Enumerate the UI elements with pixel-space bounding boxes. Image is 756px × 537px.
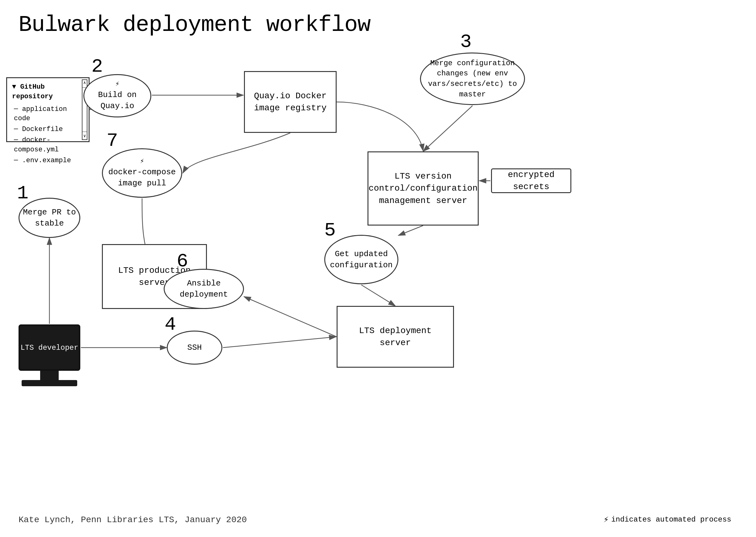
step-2-label: 2 bbox=[92, 56, 103, 78]
github-header: ▼ GitHub repository bbox=[12, 82, 84, 102]
github-item-1: ─ application code bbox=[12, 105, 84, 124]
footer-text: Kate Lynch, Penn Libraries LTS, January … bbox=[19, 515, 247, 525]
legend: ⚡ indicates automated process bbox=[603, 514, 731, 525]
svg-line-6 bbox=[398, 226, 423, 235]
page-title: Bulwark deployment workflow bbox=[19, 12, 371, 38]
github-item-2: ─ Dockerfile bbox=[12, 125, 70, 134]
step-1-label: 1 bbox=[17, 182, 28, 204]
step-7-label: 7 bbox=[106, 130, 118, 152]
svg-line-4 bbox=[423, 106, 472, 151]
oval-ansible-label: Ansible deployment bbox=[168, 278, 240, 300]
oval-build-label: Build on Quay.io bbox=[88, 89, 147, 112]
computer-monitor: LTS developer bbox=[19, 324, 80, 371]
lts-deployment-box: LTS deployment server bbox=[337, 306, 454, 368]
legend-text: indicates automated process bbox=[611, 516, 731, 524]
oval-get-config: Get updated configuration bbox=[324, 235, 398, 284]
encrypted-secrets-box: encrypted secrets bbox=[491, 168, 571, 193]
svg-line-8 bbox=[244, 297, 337, 337]
svg-line-11 bbox=[223, 337, 336, 348]
oval-merge-pr: Merge PR to stable bbox=[19, 198, 80, 238]
step-6-label: 6 bbox=[177, 250, 188, 272]
step-4-label: 4 bbox=[165, 313, 176, 336]
oval-merge-config-label: Merge configuration changes (new env var… bbox=[424, 58, 521, 100]
oval-build-quay: ⚡ Build on Quay.io bbox=[83, 74, 151, 117]
lightning-build: ⚡ bbox=[88, 80, 147, 89]
encrypted-label: encrypted secrets bbox=[496, 169, 567, 193]
oval-get-config-label: Get updated configuration bbox=[328, 248, 395, 271]
legend-lightning: ⚡ bbox=[603, 514, 609, 525]
oval-ansible: Ansible deployment bbox=[164, 269, 244, 309]
step-5-label: 5 bbox=[324, 219, 336, 241]
lts-deployment-label: LTS deployment server bbox=[341, 325, 449, 349]
quay-label: Quay.io Docker image registry bbox=[248, 90, 332, 114]
quay-registry-box: Quay.io Docker image registry bbox=[244, 71, 337, 133]
lts-version-label: LTS version control/configuration manage… bbox=[369, 170, 478, 207]
lightning-docker: ⚡ bbox=[106, 157, 178, 167]
oval-merge-pr-label: Merge PR to stable bbox=[22, 207, 76, 229]
oval-ssh-label: SSH bbox=[187, 342, 202, 353]
oval-merge-config: Merge configuration changes (new env var… bbox=[420, 53, 525, 105]
github-item-4: ─ .env.example bbox=[12, 156, 78, 166]
oval-docker-pull-label: docker-compose image pull bbox=[106, 167, 178, 189]
oval-ssh: SSH bbox=[167, 331, 222, 365]
oval-docker-pull: ⚡ docker-compose image pull bbox=[102, 148, 182, 198]
computer-developer: LTS developer bbox=[19, 324, 80, 386]
computer-base bbox=[21, 380, 77, 386]
github-repo-box: ∧ ∨ ▼ GitHub repository ─ application co… bbox=[6, 77, 90, 142]
lts-version-control-box: LTS version control/configuration manage… bbox=[367, 151, 479, 226]
github-item-3: ─ docker-compose.yml bbox=[12, 136, 84, 155]
computer-stand bbox=[40, 371, 59, 380]
svg-line-7 bbox=[361, 285, 395, 306]
computer-label: LTS developer bbox=[20, 344, 78, 352]
step-3-label: 3 bbox=[460, 31, 472, 53]
